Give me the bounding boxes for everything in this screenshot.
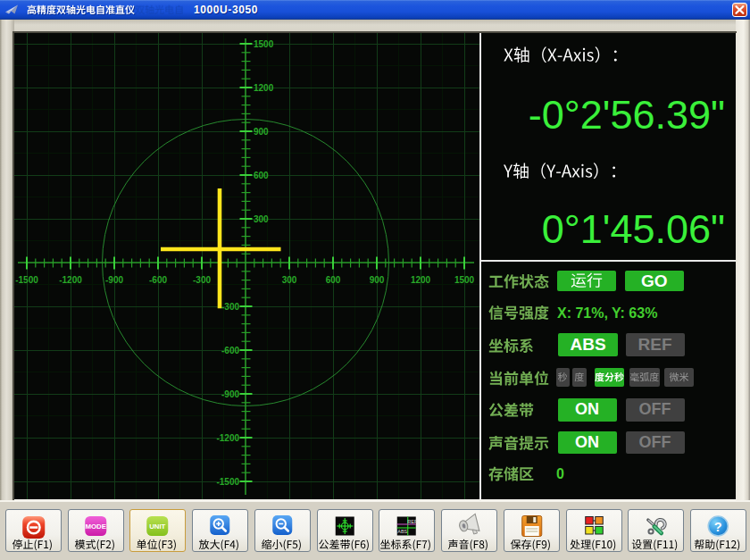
svg-text:-1200: -1200 xyxy=(59,275,82,285)
svg-text:1200: 1200 xyxy=(254,83,274,93)
svg-text:-600: -600 xyxy=(149,275,167,285)
svg-text:-1500: -1500 xyxy=(15,275,38,285)
svg-text:MODE: MODE xyxy=(86,522,106,531)
svg-text:600: 600 xyxy=(326,275,341,285)
svg-text:-300: -300 xyxy=(193,275,211,285)
svg-text:600: 600 xyxy=(254,171,269,180)
svg-text:-1500: -1500 xyxy=(216,477,239,487)
svg-text:-600: -600 xyxy=(221,346,239,355)
svg-text:-300: -300 xyxy=(221,302,239,312)
svg-text:1500: 1500 xyxy=(454,275,475,285)
svg-text:1500: 1500 xyxy=(254,39,274,49)
svg-text:ABS: ABS xyxy=(397,529,407,534)
svg-text:?: ? xyxy=(714,520,722,534)
svg-text:REF: REF xyxy=(407,519,418,524)
svg-text:1200: 1200 xyxy=(411,275,431,285)
svg-text:UNIT: UNIT xyxy=(149,522,165,531)
svg-text:300: 300 xyxy=(254,214,269,224)
svg-text:-900: -900 xyxy=(221,389,239,399)
svg-text:-1200: -1200 xyxy=(216,433,239,443)
svg-text:900: 900 xyxy=(254,127,269,137)
svg-text:300: 300 xyxy=(282,275,297,285)
svg-text:900: 900 xyxy=(370,275,385,285)
svg-text:-900: -900 xyxy=(105,275,123,285)
